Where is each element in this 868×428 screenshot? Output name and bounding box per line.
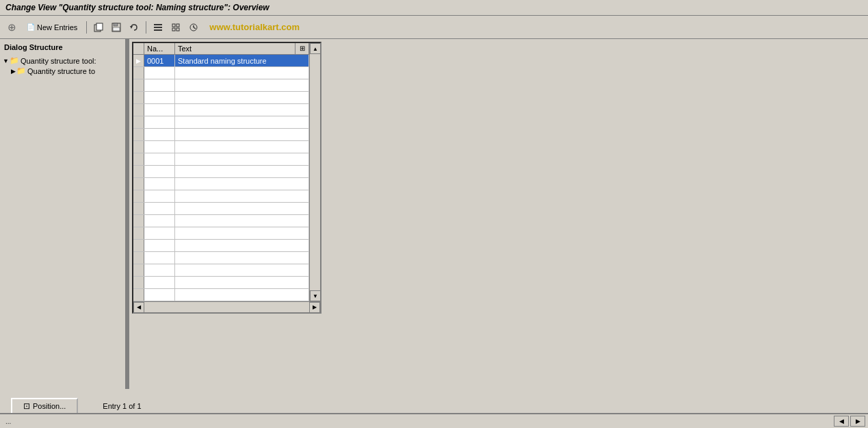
table-row-empty-20[interactable] bbox=[133, 289, 309, 301]
table-row-empty-7[interactable] bbox=[133, 129, 309, 141]
row-sel-12 bbox=[133, 190, 144, 202]
other2-icon[interactable] bbox=[168, 20, 183, 35]
table-row-empty-10[interactable] bbox=[133, 166, 309, 178]
scroll-track-h[interactable] bbox=[144, 302, 309, 312]
cell-e2-text bbox=[175, 67, 309, 79]
toolbar: ⊕ 📄 New Entries www.tutorialkar bbox=[0, 16, 868, 39]
table-row-empty-9[interactable] bbox=[133, 153, 309, 166]
cell-e19-text bbox=[175, 277, 309, 288]
position-button[interactable]: ⊡ Position... bbox=[11, 398, 78, 414]
table-row-empty-16[interactable] bbox=[133, 240, 309, 252]
table-row-empty-15[interactable] bbox=[133, 227, 309, 240]
cell-e18-num bbox=[144, 264, 175, 276]
new-entries-button[interactable]: 📄 New Entries bbox=[22, 21, 82, 34]
other3-icon[interactable] bbox=[186, 20, 201, 35]
row-sel-14 bbox=[133, 215, 144, 227]
tree-label-1: Quantity structure tool: bbox=[21, 57, 96, 65]
cell-e14-num bbox=[144, 215, 175, 227]
table-row-empty-11[interactable] bbox=[133, 178, 309, 190]
svg-rect-11 bbox=[172, 28, 175, 31]
row-sel-16 bbox=[133, 240, 144, 251]
svg-rect-12 bbox=[176, 28, 179, 31]
entry-info: Entry 1 of 1 bbox=[103, 402, 141, 410]
svg-rect-8 bbox=[154, 29, 162, 31]
table-row-empty-3[interactable] bbox=[133, 79, 309, 92]
separator-1 bbox=[86, 21, 87, 34]
data-table: Na... Text ⊞ ▶ 0001 Standard naming stru… bbox=[132, 42, 321, 314]
footer-prev-button[interactable]: ◀ bbox=[834, 416, 849, 427]
header-num: Na... bbox=[144, 43, 175, 54]
dialog-structure-title: Dialog Structure bbox=[1, 42, 124, 53]
undo-icon[interactable] bbox=[127, 20, 142, 35]
position-icon: ⊡ bbox=[23, 401, 30, 411]
cell-e17-text bbox=[175, 252, 309, 264]
row-sel-11 bbox=[133, 178, 144, 190]
scroll-down-arrow[interactable]: ▼ bbox=[310, 290, 320, 301]
footer-next-button[interactable]: ▶ bbox=[850, 416, 865, 427]
cell-e2-num bbox=[144, 67, 175, 79]
table-row-empty-12[interactable] bbox=[133, 190, 309, 203]
svg-rect-7 bbox=[154, 27, 162, 28]
cell-e11-num bbox=[144, 178, 175, 190]
svg-rect-4 bbox=[113, 27, 120, 31]
new-entries-label: New Entries bbox=[37, 23, 77, 32]
row-selector-1: ▶ bbox=[133, 55, 144, 66]
save-icon[interactable] bbox=[109, 20, 124, 35]
table-row-empty-8[interactable] bbox=[133, 141, 309, 153]
table-area: Na... Text ⊞ ▶ 0001 Standard naming stru… bbox=[129, 39, 868, 389]
row-sel-19 bbox=[133, 277, 144, 288]
cell-e12-text bbox=[175, 190, 309, 202]
sap-icon[interactable]: ⊕ bbox=[4, 20, 19, 35]
cell-e5-text bbox=[175, 104, 309, 116]
table-row-empty-19[interactable] bbox=[133, 277, 309, 289]
position-button-label: Position... bbox=[33, 402, 66, 410]
table-row-empty-13[interactable] bbox=[133, 203, 309, 215]
row-sel-9 bbox=[133, 153, 144, 165]
table-row-empty-6[interactable] bbox=[133, 116, 309, 129]
tree-item-1[interactable]: ▼ 📁 Quantity structure tool: bbox=[1, 55, 124, 66]
scroll-up-arrow[interactable]: ▲ bbox=[310, 43, 320, 54]
copy-icon[interactable] bbox=[91, 20, 106, 35]
svg-line-15 bbox=[194, 27, 196, 29]
cell-e19-num bbox=[144, 277, 175, 288]
row-sel-7 bbox=[133, 129, 144, 140]
other1-icon[interactable] bbox=[150, 20, 166, 35]
table-row-empty-4[interactable] bbox=[133, 92, 309, 104]
horizontal-scrollbar[interactable]: ◀ ▶ bbox=[133, 301, 320, 312]
table-row-empty-2[interactable] bbox=[133, 67, 309, 79]
scroll-right-arrow[interactable]: ▶ bbox=[309, 302, 320, 313]
cell-e14-text bbox=[175, 215, 309, 227]
table-row[interactable]: ▶ 0001 Standard naming structure bbox=[133, 55, 309, 67]
cell-e5-num bbox=[144, 104, 175, 116]
cell-e20-text bbox=[175, 289, 309, 301]
cell-e4-num bbox=[144, 92, 175, 103]
cell-e13-num bbox=[144, 203, 175, 214]
cell-e3-num bbox=[144, 79, 175, 91]
row-sel-15 bbox=[133, 227, 144, 239]
header-settings[interactable]: ⊞ bbox=[295, 43, 309, 54]
table-row-empty-18[interactable] bbox=[133, 264, 309, 277]
row-sel-20 bbox=[133, 289, 144, 301]
row-sel-2 bbox=[133, 67, 144, 79]
cell-e7-text bbox=[175, 129, 309, 140]
title-text: Change View "Quantity structure tool: Na… bbox=[5, 3, 269, 12]
cell-e20-num bbox=[144, 289, 175, 301]
scroll-left-arrow[interactable]: ◀ bbox=[133, 302, 144, 313]
cell-e12-num bbox=[144, 190, 175, 202]
scroll-track-v[interactable] bbox=[310, 54, 320, 290]
separator-2 bbox=[146, 21, 146, 34]
row-sel-18 bbox=[133, 264, 144, 276]
tree-expand-2: ▶ bbox=[11, 68, 16, 75]
table-row-empty-5[interactable] bbox=[133, 104, 309, 116]
tree-item-2[interactable]: ▶ 📁 Quantity structure to bbox=[1, 66, 124, 76]
svg-rect-3 bbox=[114, 23, 118, 26]
table-row-empty-17[interactable] bbox=[133, 252, 309, 264]
table-row-empty-14[interactable] bbox=[133, 215, 309, 227]
row-sel-5 bbox=[133, 104, 144, 116]
vertical-scrollbar[interactable]: ▲ ▼ bbox=[309, 43, 320, 301]
svg-rect-9 bbox=[172, 24, 175, 27]
svg-rect-1 bbox=[96, 23, 103, 30]
header-text: Text bbox=[175, 43, 295, 54]
cell-e10-text bbox=[175, 166, 309, 177]
row-sel-4 bbox=[133, 92, 144, 103]
